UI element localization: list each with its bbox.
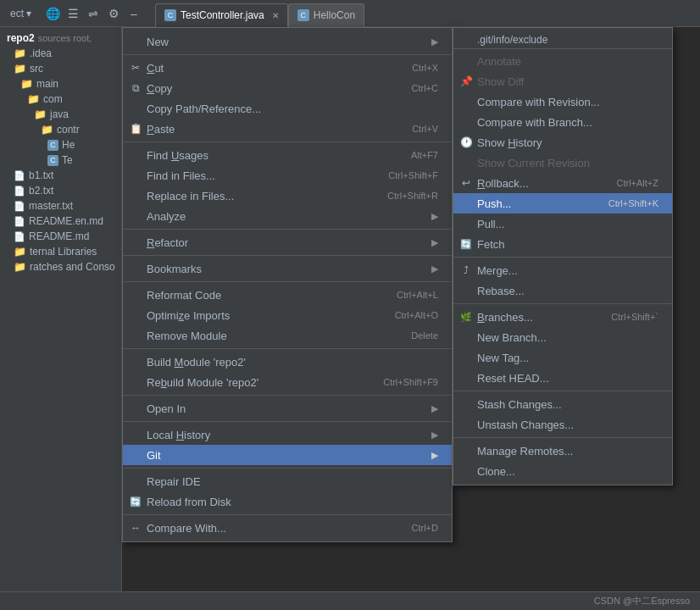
git-fetch-label: Fetch xyxy=(477,238,658,251)
project-dropdown[interactable]: ect ▾ xyxy=(7,8,35,19)
menu-compare-shortcut: Ctrl+D xyxy=(395,523,438,533)
menu-item-git[interactable]: Git ▶ xyxy=(123,445,452,465)
git-menu-push[interactable]: Push... Ctrl+Shift+K xyxy=(453,193,672,214)
git-clone-label: Clone... xyxy=(477,465,658,478)
menu-item-remove-module[interactable]: Remove Module Delete xyxy=(123,325,452,346)
git-pull-label: Pull... xyxy=(477,218,658,230)
sidebar-item-src[interactable]: 📁 src xyxy=(0,61,121,76)
menu-item-build-module[interactable]: Build Module 'repo2' xyxy=(123,352,452,372)
git-sep-3 xyxy=(453,391,672,391)
git-menu-stash[interactable]: Stash Changes... xyxy=(453,394,672,414)
menu-item-repair[interactable]: Repair IDE xyxy=(123,471,452,491)
folder-icon: 📁 xyxy=(14,261,26,273)
sidebar-item-com[interactable]: 📁 com xyxy=(0,92,121,107)
sidebar-item-idea[interactable]: 📁 .idea xyxy=(0,46,121,61)
menu-item-optimize[interactable]: Optimize Imports Ctrl+Alt+O xyxy=(123,305,452,325)
sidebar-item-readme[interactable]: 📄 README.md xyxy=(0,229,121,244)
menu-reload-label: Reload from Disk xyxy=(147,496,438,508)
git-menu-fetch[interactable]: 🔄 Fetch xyxy=(453,234,672,254)
menu-item-reformat[interactable]: Reformat Code Ctrl+Alt+L xyxy=(123,285,452,305)
git-menu-rebase[interactable]: Rebase... xyxy=(453,280,672,301)
git-menu-merge[interactable]: ⤴ Merge... xyxy=(453,260,672,280)
menu-item-find-usages[interactable]: Find Usages Alt+F7 xyxy=(123,145,452,165)
separator-8 xyxy=(123,421,452,422)
sidebar-item-te[interactable]: C Te xyxy=(0,152,121,168)
git-merge-label: Merge... xyxy=(477,264,658,277)
menu-item-compare[interactable]: ↔ Compare With... Ctrl+D xyxy=(123,518,452,538)
sidebar-item-scratches[interactable]: 📁 ratches and Conso xyxy=(0,259,121,274)
menu-item-bookmarks[interactable]: Bookmarks ▶ xyxy=(123,258,452,279)
git-menu-compare-revision[interactable]: Compare with Revision... xyxy=(453,92,672,112)
sidebar-readme-label: README.md xyxy=(29,230,89,242)
git-menu-reset-head[interactable]: Reset HEAD... xyxy=(453,368,672,388)
sidebar-item-b1[interactable]: 📄 b1.txt xyxy=(0,168,121,183)
menu-copy-shortcut: Ctrl+C xyxy=(395,83,438,93)
menu-item-open-in[interactable]: Open In ▶ xyxy=(123,398,452,419)
git-menu-new-tag[interactable]: New Tag... xyxy=(453,347,672,368)
sidebar-item-libraries[interactable]: 📁 ternal Libraries xyxy=(0,244,121,259)
sidebar-b2-label: b2.txt xyxy=(29,185,53,197)
menu-cut-label: Cut xyxy=(147,62,395,75)
menu-item-reload[interactable]: 🔄 Reload from Disk xyxy=(123,491,452,512)
git-menu-branches[interactable]: 🌿 Branches... Ctrl+Shift+` xyxy=(453,307,672,327)
git-menu-new-branch[interactable]: New Branch... xyxy=(453,327,672,347)
folder-icon: 📁 xyxy=(20,78,33,90)
menu-copy-path-label: Copy Path/Reference... xyxy=(147,103,438,115)
menu-item-find-files[interactable]: Find in Files... Ctrl+Shift+F xyxy=(123,165,452,186)
sidebar-main-label: main xyxy=(36,78,58,90)
tab-hellocon-icon: C xyxy=(297,9,309,21)
menu-find-usages-label: Find Usages xyxy=(147,149,394,162)
menu-refactor-arrow: ▶ xyxy=(431,237,438,248)
git-sep-1 xyxy=(453,257,672,258)
menu-item-analyze[interactable]: Analyze ▶ xyxy=(123,206,452,226)
menu-item-cut[interactable]: ✂ Cut Ctrl+X xyxy=(123,58,452,78)
sidebar-item-he[interactable]: C He xyxy=(0,137,121,152)
git-menu-annotate: Annotate xyxy=(453,51,672,71)
toolbar-icon-5[interactable]: – xyxy=(125,4,143,23)
menu-item-refactor[interactable]: Refactor ▶ xyxy=(123,232,452,252)
menu-item-paste[interactable]: 📋 Paste Ctrl+V xyxy=(123,119,452,139)
git-menu-clone[interactable]: Clone... xyxy=(453,461,672,481)
git-menu-manage-remotes[interactable]: Manage Remotes... xyxy=(453,441,672,461)
toolbar-icon-4[interactable]: ⚙ xyxy=(104,4,123,23)
menu-item-replace-files[interactable]: Replace in Files... Ctrl+Shift+R xyxy=(123,186,452,206)
sidebar-item-b2[interactable]: 📄 b2.txt xyxy=(0,183,121,198)
menu-item-copy[interactable]: ⧉ Copy Ctrl+C xyxy=(123,78,452,98)
git-menu-unstash[interactable]: Unstash Changes... xyxy=(453,414,672,435)
git-sep-2 xyxy=(453,303,672,304)
menu-item-copy-path[interactable]: Copy Path/Reference... xyxy=(123,98,452,119)
tab-hellocon[interactable]: C HelloCon xyxy=(288,3,364,27)
sidebar-item-contr[interactable]: 📁 contr xyxy=(0,122,121,137)
git-menu-pull[interactable]: Pull... xyxy=(453,214,672,234)
menu-item-local-history[interactable]: Local History ▶ xyxy=(123,424,452,445)
separator-3 xyxy=(123,229,452,230)
separator-10 xyxy=(123,514,452,515)
menu-item-new[interactable]: New ▶ xyxy=(123,31,452,52)
show-diff-icon: 📌 xyxy=(458,75,474,87)
separator-1 xyxy=(123,54,452,55)
sidebar-item-java[interactable]: 📁 java xyxy=(0,107,121,122)
git-menu-rollback[interactable]: ↩ Rollback... Ctrl+Alt+Z xyxy=(453,173,672,193)
menu-reformat-label: Reformat Code xyxy=(147,289,380,302)
sidebar-com-label: com xyxy=(43,93,63,105)
git-menu-compare-branch[interactable]: Compare with Branch... xyxy=(453,112,672,132)
separator-7 xyxy=(123,395,452,396)
sidebar-item-master[interactable]: 📄 master.txt xyxy=(0,198,121,214)
sidebar-item-readme-en[interactable]: 📄 README.en.md xyxy=(0,214,121,229)
menu-item-rebuild-module[interactable]: Rebuild Module 'repo2' Ctrl+Shift+F9 xyxy=(123,372,452,392)
sidebar-item-main[interactable]: 📁 main xyxy=(0,76,121,92)
tab-close-icon[interactable]: ✕ xyxy=(272,11,279,20)
toolbar-icon-3[interactable]: ⇌ xyxy=(84,4,103,23)
git-show-history-label: Show History xyxy=(477,136,658,149)
git-menu-show-history[interactable]: 🕐 Show History xyxy=(453,132,672,152)
menu-replace-files-label: Replace in Files... xyxy=(147,190,370,202)
menu-repair-label: Repair IDE xyxy=(147,475,438,488)
menu-bookmarks-arrow: ▶ xyxy=(431,263,438,274)
toolbar-icon-1[interactable]: 🌐 xyxy=(43,4,62,23)
git-submenu-header: .git/info/exclude xyxy=(453,31,672,49)
toolbar-icon-2[interactable]: ☰ xyxy=(64,4,82,23)
tab-testcontroller[interactable]: C TestController.java ✕ xyxy=(155,3,288,27)
git-annotate-label: Annotate xyxy=(477,55,658,68)
menu-build-module-label: Build Module 'repo2' xyxy=(147,356,438,369)
sidebar-root-suffix: sources root, xyxy=(38,33,92,43)
